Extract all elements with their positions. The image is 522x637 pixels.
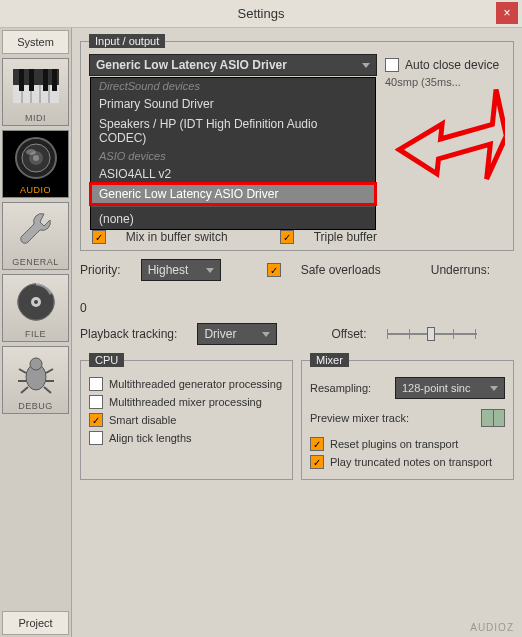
svg-rect-7 xyxy=(29,69,34,91)
checkbox-safe-overloads[interactable] xyxy=(267,263,281,277)
panel-input-output: Input / output Generic Low Latency ASIO … xyxy=(80,34,514,251)
disc-icon xyxy=(3,275,68,329)
chevron-down-icon xyxy=(262,332,270,337)
label-align-tick: Align tick lengths xyxy=(109,432,192,444)
label-resampling: Resampling: xyxy=(310,382,371,394)
dropdown-option[interactable]: ASIO4ALL v2 xyxy=(91,164,375,184)
label-mix-in-buffer: Mix in buffer switch xyxy=(126,230,228,244)
svg-point-20 xyxy=(30,358,42,370)
label-triple-buffer: Triple buffer xyxy=(314,230,377,244)
sidebar-item-label: MIDI xyxy=(25,113,46,123)
dropdown-option-selected[interactable]: Generic Low Latency ASIO Driver xyxy=(91,184,375,204)
dropdown-option[interactable]: Primary Sound Driver xyxy=(91,94,375,114)
checkbox-smart-disable[interactable] xyxy=(89,413,103,427)
piano-keys-icon xyxy=(3,59,68,113)
sidebar: System MIDI AUDIO GENERAL xyxy=(0,28,72,637)
playback-tracking-value: Driver xyxy=(204,327,236,341)
checkbox-triple-buffer[interactable] xyxy=(280,230,294,244)
preview-track-selector[interactable] xyxy=(481,409,505,427)
label-reset-plugins: Reset plugins on transport xyxy=(330,438,458,450)
priority-row: Priority: Highest Safe overloads Underru… xyxy=(80,259,514,315)
dropdown-group-header: DirectSound devices xyxy=(91,78,375,94)
main-content: Input / output Generic Low Latency ASIO … xyxy=(72,28,522,637)
playback-tracking-dropdown[interactable]: Driver xyxy=(197,323,277,345)
panel-legend: Input / output xyxy=(89,34,165,48)
label-play-truncated: Play truncated notes on transport xyxy=(330,456,492,468)
checkbox-align-tick[interactable] xyxy=(89,431,103,445)
label-mt-mixer: Multithreaded mixer processing xyxy=(109,396,262,408)
bug-icon xyxy=(3,347,68,401)
label-auto-close: Auto close device xyxy=(405,58,499,72)
sidebar-item-label: DEBUG xyxy=(18,401,53,411)
svg-line-21 xyxy=(19,369,26,373)
checkbox-mix-in-buffer[interactable] xyxy=(92,230,106,244)
label-mt-generator: Multithreaded generator processing xyxy=(109,378,282,390)
label-playback-tracking: Playback tracking: xyxy=(80,327,177,341)
sidebar-item-debug[interactable]: DEBUG xyxy=(2,346,69,414)
underruns-value: 0 xyxy=(80,301,87,315)
tab-system[interactable]: System xyxy=(2,30,69,54)
checkbox-reset-plugins[interactable] xyxy=(310,437,324,451)
sidebar-item-general[interactable]: GENERAL xyxy=(2,202,69,270)
panel-legend: CPU xyxy=(89,353,124,367)
svg-rect-8 xyxy=(43,69,48,91)
close-icon: × xyxy=(503,6,510,20)
offset-slider[interactable] xyxy=(387,325,477,343)
svg-line-25 xyxy=(21,387,28,393)
device-dropdown[interactable]: Generic Low Latency ASIO Driver DirectSo… xyxy=(89,54,377,76)
svg-point-18 xyxy=(34,300,38,304)
device-dropdown-value: Generic Low Latency ASIO Driver xyxy=(96,58,287,72)
checkbox-auto-close[interactable] xyxy=(385,58,399,72)
svg-line-22 xyxy=(46,369,53,373)
watermark: AUDIOZ xyxy=(470,622,514,633)
title-bar: Settings × xyxy=(0,0,522,28)
label-preview-track: Preview mixer track: xyxy=(310,412,409,424)
dropdown-option-none[interactable]: (none) xyxy=(91,209,375,229)
priority-dropdown[interactable]: Highest xyxy=(141,259,221,281)
tab-project[interactable]: Project xyxy=(2,611,69,635)
tab-system-label: System xyxy=(17,36,54,48)
close-button[interactable]: × xyxy=(496,2,518,24)
svg-point-14 xyxy=(26,149,36,155)
dropdown-option[interactable]: Speakers / HP (IDT High Definition Audio… xyxy=(91,114,375,148)
panel-legend: Mixer xyxy=(310,353,349,367)
checkbox-mt-mixer[interactable] xyxy=(89,395,103,409)
sidebar-item-label: FILE xyxy=(25,329,46,339)
panel-mixer: Mixer Resampling: 128-point sinc Preview… xyxy=(301,353,514,480)
label-priority: Priority: xyxy=(80,263,121,277)
dropdown-group-header: ASIO devices xyxy=(91,148,375,164)
slider-thumb[interactable] xyxy=(427,327,435,341)
checkbox-mt-generator[interactable] xyxy=(89,377,103,391)
speaker-icon xyxy=(3,131,68,185)
chevron-down-icon xyxy=(490,386,498,391)
svg-rect-9 xyxy=(52,69,57,91)
label-safe-overloads: Safe overloads xyxy=(301,263,381,277)
window-title: Settings xyxy=(238,6,285,21)
sidebar-item-label: GENERAL xyxy=(12,257,59,267)
checkbox-play-truncated[interactable] xyxy=(310,455,324,469)
resampling-value: 128-point sinc xyxy=(402,382,471,394)
chevron-down-icon xyxy=(206,268,214,273)
device-dropdown-list: DirectSound devices Primary Sound Driver… xyxy=(90,77,376,230)
latency-readout: 40smp (35ms... xyxy=(385,76,461,88)
wrench-icon xyxy=(3,203,68,257)
panel-cpu: CPU Multithreaded generator processing M… xyxy=(80,353,293,480)
playback-row: Playback tracking: Driver Offset: xyxy=(80,323,514,345)
svg-point-13 xyxy=(33,155,39,161)
sidebar-item-file[interactable]: FILE xyxy=(2,274,69,342)
chevron-down-icon xyxy=(362,63,370,68)
sidebar-item-audio[interactable]: AUDIO xyxy=(2,130,69,198)
priority-value: Highest xyxy=(148,263,189,277)
svg-rect-6 xyxy=(19,69,24,91)
tab-project-label: Project xyxy=(18,617,52,629)
label-smart-disable: Smart disable xyxy=(109,414,176,426)
resampling-dropdown[interactable]: 128-point sinc xyxy=(395,377,505,399)
sidebar-item-label: AUDIO xyxy=(20,185,51,195)
label-offset: Offset: xyxy=(331,327,366,341)
svg-line-26 xyxy=(44,387,51,393)
label-underruns: Underruns: xyxy=(431,263,490,277)
sidebar-item-midi[interactable]: MIDI xyxy=(2,58,69,126)
